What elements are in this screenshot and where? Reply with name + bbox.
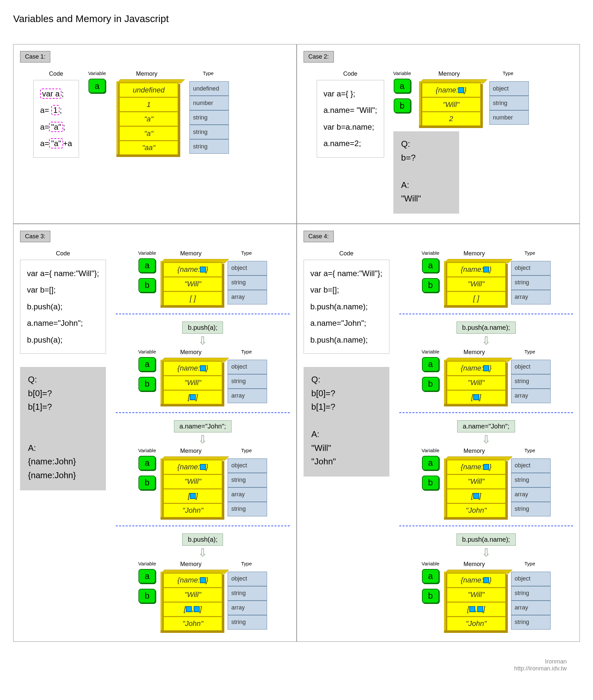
variable-heading: Variable xyxy=(422,250,439,256)
memory-cell: "aa" xyxy=(119,141,178,155)
memory-stack: undefined 1 "a" "a" "aa" xyxy=(118,83,178,156)
memory-cell: "Will" xyxy=(163,277,222,291)
variable-a: a xyxy=(394,79,411,93)
type-cell: object xyxy=(228,360,267,374)
memory-stack: {name: } "Will" [ ] xyxy=(162,361,222,405)
type-heading: Type xyxy=(503,70,513,76)
ref-icon xyxy=(483,365,489,371)
type-cell: object xyxy=(228,261,267,275)
memory-heading: Memory xyxy=(438,70,460,77)
code-line: a= 1; xyxy=(40,102,72,118)
memory-cell: "John" xyxy=(447,503,506,518)
variable-a: a xyxy=(139,456,156,470)
code-line: var a; xyxy=(40,85,72,102)
type-cell: string xyxy=(228,473,267,487)
type-cell: array xyxy=(228,290,267,304)
memory-heading: Memory xyxy=(180,561,202,568)
a-label: A: xyxy=(28,441,98,455)
variable-b: b xyxy=(394,99,411,113)
memory-cell: undefined xyxy=(119,83,178,97)
q-text: b[1]=? xyxy=(28,400,98,414)
memory-stack: {name: } "Will" [ ] xyxy=(446,361,506,405)
type-cell: string xyxy=(511,502,551,516)
variable-b: b xyxy=(422,476,439,490)
type-cell: string xyxy=(489,96,529,110)
q-text: b[1]=? xyxy=(312,400,382,414)
type-cell: object xyxy=(511,458,551,473)
variable-a: a xyxy=(88,79,106,93)
ref-icon xyxy=(477,606,483,612)
case-3: Case 3: Code var a={ name:"Will"}; var b… xyxy=(13,224,296,642)
variable-a: a xyxy=(139,357,156,372)
case-3-label: Case 3: xyxy=(20,231,50,242)
variable-heading: Variable xyxy=(422,561,439,566)
memory-heading: Memory xyxy=(464,448,485,454)
ref-icon xyxy=(473,394,479,400)
memory-cell: [ ] xyxy=(163,291,222,306)
memory-heading: Memory xyxy=(180,448,202,454)
step-label: b.push(a); xyxy=(182,533,223,546)
type-cell: string xyxy=(190,139,229,154)
q-text: b=? xyxy=(401,151,451,165)
case-4-code: var a={ name:"Will"}; var b=[]; b.push(a… xyxy=(304,260,389,354)
ref-icon xyxy=(186,606,192,612)
ref-icon xyxy=(190,493,196,499)
memory-cell: "Will" xyxy=(163,587,222,602)
type-cell: string xyxy=(190,110,229,125)
memory-stack: {name: } "Will" [ ] "John" xyxy=(446,460,506,518)
type-stack: object string array xyxy=(511,360,551,403)
variable-b: b xyxy=(139,377,156,391)
case-2-label: Case 2: xyxy=(304,51,334,63)
type-heading: Type xyxy=(241,561,252,566)
memory-cell: [ ] xyxy=(163,390,222,404)
footer-url: http://ironman.idv.tw xyxy=(13,665,567,672)
code-line: b.push(a); xyxy=(27,298,99,315)
type-stack: undefined number string string string xyxy=(190,81,229,154)
down-arrow-icon: ⇩ xyxy=(198,335,207,346)
memory-cell: "a" xyxy=(119,112,178,126)
step-divider xyxy=(116,314,289,314)
step-label: b.push(a.name); xyxy=(457,322,516,334)
type-cell: string xyxy=(228,502,267,516)
memory-cell: [ ] xyxy=(447,291,506,306)
down-arrow-icon: ⇩ xyxy=(481,547,491,558)
type-cell: number xyxy=(489,110,529,125)
memory-heading: Memory xyxy=(464,561,485,568)
ref-icon xyxy=(200,365,206,371)
type-heading: Type xyxy=(524,448,536,453)
memory-cell: {name: } xyxy=(163,361,222,375)
variable-heading: Variable xyxy=(422,349,439,355)
code-heading: Code xyxy=(49,70,63,77)
ref-icon xyxy=(200,464,206,470)
variable-b: b xyxy=(139,589,156,603)
memory-cell: {name: } xyxy=(422,83,481,97)
type-stack: object string array string xyxy=(228,458,267,516)
code-line: var a={ name:"Will"}; xyxy=(311,265,383,282)
memory-cell: "Will" xyxy=(163,474,222,489)
code-line: a.name=2; xyxy=(324,135,377,152)
variable-b: b xyxy=(139,278,156,293)
type-cell: array xyxy=(511,601,551,615)
memory-stack: {name: } "Will" [ ] xyxy=(162,262,222,306)
variable-b: b xyxy=(422,278,439,293)
type-cell: object xyxy=(511,261,551,275)
memory-cell: {name: } xyxy=(447,460,506,474)
ref-icon xyxy=(483,577,489,583)
variable-heading: Variable xyxy=(393,70,411,76)
down-arrow-icon: ⇩ xyxy=(198,434,207,445)
memory-heading: Memory xyxy=(464,250,485,257)
type-heading: Type xyxy=(241,349,252,355)
type-cell: object xyxy=(489,81,529,96)
memory-stack: {name: } "Will" [ ] xyxy=(446,262,506,306)
type-cell: string xyxy=(190,125,229,139)
code-line: a="a"+a xyxy=(40,135,72,152)
code-line: b.push(a.name); xyxy=(311,332,383,348)
memory-cell: "John" xyxy=(447,616,506,631)
memory-cell: [ ] xyxy=(447,390,506,404)
case-4-steps: Variable ab Memory {name: } "Will" [ ] T… xyxy=(399,250,573,631)
code-line: a="a"; xyxy=(40,119,72,135)
type-cell: number xyxy=(190,96,229,110)
memory-heading: Memory xyxy=(464,349,485,356)
memory-cell: 1 xyxy=(119,97,178,112)
case-4-label: Case 4: xyxy=(304,231,334,242)
